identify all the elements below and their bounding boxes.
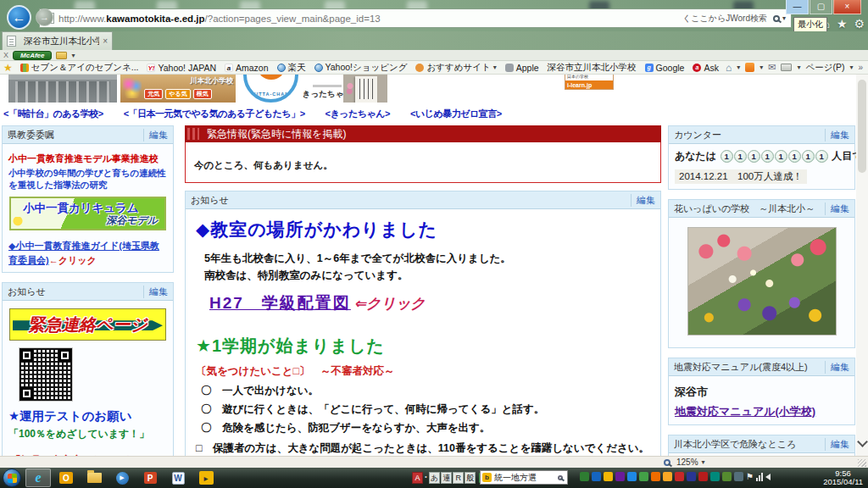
taskbar-media-player-button[interactable]: ▶ xyxy=(109,469,135,487)
taskbar-search-box[interactable]: b 統一地方選 xyxy=(480,470,568,485)
nav-link-clocktower[interactable]: <「時計台」のある学校> xyxy=(3,108,103,120)
home-icon[interactable]: ⌂ xyxy=(726,62,732,74)
edit-link[interactable]: 編集 xyxy=(825,129,849,141)
tray-icon[interactable] xyxy=(651,472,660,481)
h27-class-layout-link[interactable]: H27 学級配置図 xyxy=(209,294,351,312)
ime-button[interactable]: あ xyxy=(429,472,440,484)
tray-icon[interactable] xyxy=(580,472,589,481)
edit-link[interactable]: 編集 xyxy=(143,286,168,298)
window-controls: — ▢ × xyxy=(785,0,861,14)
tab-school-site[interactable]: 深谷市立川本北小学校 × xyxy=(2,31,113,50)
back-button[interactable]: ← xyxy=(7,5,31,30)
search-icon[interactable] xyxy=(773,15,780,22)
taskbar-powerpoint-button[interactable]: P xyxy=(137,469,163,487)
tray-icon[interactable] xyxy=(710,472,720,481)
tray-icon[interactable] xyxy=(627,472,637,481)
edit-link[interactable]: 編集 xyxy=(143,129,168,141)
minimize-button[interactable]: — xyxy=(786,0,809,14)
search-icon[interactable] xyxy=(558,475,563,480)
chevron-down-icon[interactable]: ▾ xyxy=(737,64,740,71)
settings-gear-icon[interactable]: ⚙ xyxy=(854,17,865,30)
taskbar-search-text[interactable]: 統一地方選 xyxy=(494,472,553,484)
adobe-tray-icon[interactable] xyxy=(698,472,708,481)
ime-button[interactable]: 般 xyxy=(465,472,476,484)
tray-icon[interactable] xyxy=(687,472,696,481)
edit-link[interactable]: 編集 xyxy=(825,361,849,374)
page-menu[interactable]: ページ(P) xyxy=(805,62,844,74)
taskbar-app-button[interactable]: ▸ xyxy=(193,469,219,487)
toolbar-overflow-chevron[interactable]: » xyxy=(858,63,863,72)
add-favorite-star-icon[interactable]: ★ xyxy=(3,62,13,74)
earthquake-manual-link[interactable]: 地震対応マニュアル(小学校) xyxy=(675,405,815,418)
rss-feed-icon[interactable] xyxy=(745,63,754,72)
favorite-seven-and-i[interactable]: セブン＆アイのセブンネ... xyxy=(18,62,142,74)
favorite-school-site[interactable]: 回深谷市立川本北小学校 xyxy=(545,62,639,74)
tray-icon[interactable] xyxy=(615,472,625,481)
taskbar-word-button[interactable]: W xyxy=(165,469,191,487)
address-bar[interactable]: http://www.kawamotokita-e.ed.jp/?action=… xyxy=(39,8,792,28)
zoom-control[interactable]: 125% ▾ xyxy=(661,458,705,467)
jword-search-hint[interactable]: くここからJWord検索 xyxy=(682,13,767,25)
taskbar-ie-button[interactable]: e xyxy=(25,469,51,487)
folder-icon[interactable] xyxy=(56,52,67,59)
action-center-flag-icon[interactable]: ⚑ xyxy=(746,472,754,481)
favorites-icon[interactable]: ★ xyxy=(837,17,848,30)
zoom-dropdown-caret[interactable]: ▾ xyxy=(702,458,705,466)
chevron-down-icon[interactable]: ▾ xyxy=(849,64,853,71)
taskbar-clock[interactable]: 9:56 2015/04/11 xyxy=(823,469,863,486)
forward-button[interactable]: → xyxy=(36,8,53,26)
print-icon[interactable] xyxy=(781,64,792,71)
search-dropdown-caret[interactable]: ▾ xyxy=(782,14,786,22)
powerpoint-icon: P xyxy=(144,472,157,484)
start-button[interactable] xyxy=(3,469,21,487)
favorite-suggested-sites[interactable]: おすすめサイト▾ xyxy=(413,62,498,74)
tray-icon[interactable] xyxy=(675,472,684,481)
scroll-down-arrow-icon[interactable] xyxy=(857,435,867,449)
nav-link-zero-bullying[interactable]: <いじめ暴力ゼロ宣言> xyxy=(410,108,502,120)
ime-button[interactable]: R xyxy=(453,472,464,484)
tray-icon[interactable] xyxy=(592,472,601,481)
folder-dropdown-caret[interactable]: ▾ xyxy=(71,52,75,59)
tray-icon[interactable] xyxy=(604,472,613,481)
emergency-contact-page-banner[interactable]: 緊急連絡ページ xyxy=(9,308,166,341)
nav-link-energetic-kids[interactable]: <「日本一元気でやる気のある子どもたち」> xyxy=(124,108,305,120)
edit-link[interactable]: 編集 xyxy=(825,202,849,215)
counter-digit: 1 xyxy=(734,150,747,163)
favorite-yahoo-japan[interactable]: Y!Yahoo! JAPAN xyxy=(144,63,218,73)
edit-link[interactable]: 編集 xyxy=(825,438,849,451)
tab-close-icon[interactable]: × xyxy=(103,36,108,46)
favorite-amazon[interactable]: aAmazon xyxy=(222,63,271,73)
chevron-down-icon: ▾ xyxy=(493,64,497,71)
chevron-down-icon[interactable]: ▾ xyxy=(760,64,763,71)
tray-icon[interactable] xyxy=(722,472,732,481)
network-signal-icon[interactable] xyxy=(756,472,763,481)
nav-link-kitta-chan[interactable]: <きったちゃん> xyxy=(326,108,390,120)
prefecture-commission-box: 県教委委嘱編集 小中一貫教育推進モデル事業推進校 小中学校の9年間の学びと育ちの… xyxy=(2,125,174,273)
tray-icon[interactable] xyxy=(663,472,672,481)
maximize-button[interactable]: ▢ xyxy=(810,0,832,14)
ime-button[interactable]: 連 xyxy=(441,472,452,484)
volume-speaker-icon[interactable] xyxy=(765,474,771,480)
taskbar-outlook-button[interactable]: O xyxy=(53,469,79,487)
favorite-google[interactable]: gGoogle xyxy=(643,63,687,73)
favorite-ask[interactable]: aAsk xyxy=(690,63,721,73)
scrollbar-thumb[interactable] xyxy=(858,80,866,173)
favorite-apple[interactable]: Apple xyxy=(503,63,542,73)
toolbar-close-icon[interactable]: X xyxy=(3,51,8,59)
chevron-down-icon[interactable]: ▾ xyxy=(797,64,800,71)
read-mail-icon[interactable]: ✉ xyxy=(768,62,776,73)
favorite-rakuten[interactable]: 楽天 xyxy=(275,62,309,74)
curriculum-banner[interactable]: 小中一貫カリキュラム 深谷モデル xyxy=(9,197,166,230)
edit-link[interactable]: 編集 xyxy=(631,194,655,207)
yellow-app-icon: ▸ xyxy=(199,471,214,485)
ime-button[interactable]: A xyxy=(412,472,423,484)
mcafee-badge[interactable]: McAfee xyxy=(13,51,52,60)
tray-icon[interactable] xyxy=(639,472,648,481)
ilearn-banner[interactable]: 日本の学校 i-learn.jp xyxy=(565,75,614,90)
tray-icon[interactable] xyxy=(734,472,743,481)
url-text[interactable]: http://www.kawamotokita-e.ed.jp/?action=… xyxy=(58,14,381,24)
favorite-yahoo-shopping[interactable]: Yahoo!ショッピング xyxy=(312,62,410,74)
taskbar-explorer-button[interactable] xyxy=(81,469,107,487)
close-button[interactable]: × xyxy=(833,0,861,14)
vertical-scrollbar[interactable] xyxy=(856,75,868,456)
